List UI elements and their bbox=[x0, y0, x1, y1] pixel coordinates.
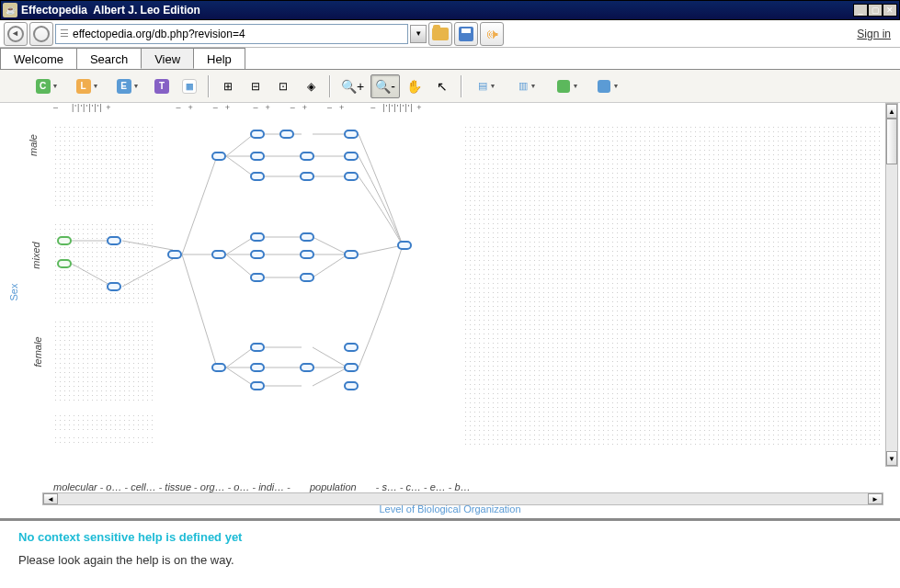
view-option-2[interactable]: ▥▼ bbox=[508, 74, 547, 98]
x-axis-label: Level of Biological Organization bbox=[379, 503, 520, 514]
pan-tool[interactable]: ✋ bbox=[402, 74, 427, 98]
pathway-node[interactable] bbox=[250, 232, 265, 242]
main-tabs: Welcome Search View Help bbox=[0, 48, 900, 70]
diagram-area[interactable] bbox=[53, 112, 883, 467]
pathway-node[interactable] bbox=[107, 282, 121, 291]
help-title: No context sensitive help is defined yet bbox=[18, 530, 882, 544]
url-input[interactable] bbox=[73, 28, 404, 40]
y-tick-mixed: mixed bbox=[30, 242, 41, 268]
tab-welcome[interactable]: Welcome bbox=[0, 48, 77, 69]
view-option-3[interactable]: ▼ bbox=[549, 74, 587, 98]
pathway-node[interactable] bbox=[250, 172, 265, 181]
pathway-node[interactable] bbox=[344, 363, 359, 372]
pathway-node[interactable] bbox=[344, 250, 359, 259]
pathway-node[interactable] bbox=[250, 363, 265, 372]
pathway-node[interactable] bbox=[300, 363, 314, 372]
pathway-node[interactable] bbox=[107, 236, 121, 245]
pathway-node[interactable] bbox=[250, 250, 265, 259]
pathway-node[interactable] bbox=[300, 250, 314, 259]
pathway-node[interactable] bbox=[211, 250, 226, 259]
effect-tool[interactable]: E▼ bbox=[108, 74, 147, 98]
pathway-node[interactable] bbox=[300, 232, 314, 242]
stop-button[interactable] bbox=[29, 22, 53, 46]
pathway-node[interactable] bbox=[300, 172, 314, 181]
pathway-node[interactable] bbox=[250, 152, 265, 161]
link-tool[interactable]: L▼ bbox=[68, 74, 107, 98]
vertical-scrollbar[interactable]: ▲ ▼ bbox=[885, 103, 898, 467]
pathway-node[interactable] bbox=[344, 130, 359, 139]
pathway-node[interactable] bbox=[279, 130, 294, 139]
edges bbox=[53, 112, 881, 467]
zoom-out-button[interactable]: 🔍- bbox=[370, 74, 400, 98]
grid-tool[interactable]: ▦ bbox=[177, 74, 202, 98]
pathway-node[interactable] bbox=[300, 152, 314, 161]
pathway-node[interactable] bbox=[250, 343, 265, 352]
save-button[interactable] bbox=[454, 22, 478, 46]
pathway-node[interactable] bbox=[167, 250, 182, 259]
pathway-node[interactable] bbox=[397, 241, 412, 250]
back-button[interactable] bbox=[4, 22, 28, 46]
layout-tool-3[interactable]: ⊡ bbox=[270, 74, 296, 98]
titlebar: ☕ Effectopedia Albert J. Leo Edition _ ▢… bbox=[0, 0, 900, 20]
app-icon: ☕ bbox=[3, 3, 17, 17]
pathway-node[interactable] bbox=[250, 130, 265, 139]
chemical-tool[interactable]: C▼ bbox=[28, 74, 66, 98]
signin-link[interactable]: Sign in bbox=[851, 28, 896, 40]
sound-button[interactable]: 🕪 bbox=[480, 22, 504, 46]
y-tick-male: male bbox=[28, 134, 39, 156]
view-option-1[interactable]: ▤▼ bbox=[468, 74, 507, 98]
nav-toolbar: ☰ ▼ 🕪 Sign in bbox=[0, 20, 900, 48]
scroll-left-button[interactable]: ◄ bbox=[43, 493, 58, 504]
zoom-in-button[interactable]: 🔍+ bbox=[336, 74, 369, 98]
layout-tool-1[interactable]: ⊞ bbox=[215, 74, 241, 98]
test-tool[interactable]: T bbox=[149, 74, 175, 98]
tab-search[interactable]: Search bbox=[76, 48, 142, 69]
pathway-node[interactable] bbox=[250, 381, 265, 390]
close-button[interactable]: ✕ bbox=[883, 4, 897, 17]
pathway-canvas[interactable]: – |'|'|'|'|'| + – + – + – + – + – + – |'… bbox=[0, 103, 900, 518]
titlebar-text: Effectopedia Albert J. Leo Edition bbox=[21, 4, 853, 17]
y-tick-female: female bbox=[32, 336, 43, 367]
layout-tool-4[interactable]: ◈ bbox=[298, 74, 324, 98]
pathway-node[interactable] bbox=[300, 273, 314, 282]
minimize-button[interactable]: _ bbox=[853, 4, 868, 17]
x-ticks: molecular- o…- cell…- tissue- org…- o…- … bbox=[53, 481, 883, 494]
pathway-node[interactable] bbox=[344, 381, 359, 390]
pathway-node[interactable] bbox=[250, 273, 265, 282]
maximize-button[interactable]: ▢ bbox=[868, 4, 883, 17]
pathway-node[interactable] bbox=[211, 152, 226, 161]
pathway-node[interactable] bbox=[211, 363, 226, 372]
pathway-node[interactable] bbox=[344, 343, 359, 352]
tab-help[interactable]: Help bbox=[193, 48, 245, 69]
scroll-down-button[interactable]: ▼ bbox=[886, 451, 897, 466]
scroll-right-button[interactable]: ► bbox=[868, 493, 883, 504]
scroll-up-button[interactable]: ▲ bbox=[886, 104, 897, 119]
url-dropdown-button[interactable]: ▼ bbox=[410, 25, 427, 43]
view-option-4[interactable]: ▼ bbox=[589, 74, 628, 98]
pathway-node[interactable] bbox=[344, 172, 359, 181]
pathway-node[interactable] bbox=[57, 259, 72, 268]
open-folder-button[interactable] bbox=[428, 22, 452, 46]
help-panel: No context sensitive help is defined yet… bbox=[0, 518, 900, 587]
pointer-tool[interactable]: ↖ bbox=[429, 74, 455, 98]
url-icon: ☰ bbox=[60, 28, 69, 40]
element-toolbar: C▼ L▼ E▼ T ▦ ⊞ ⊟ ⊡ ◈ 🔍+ 🔍- ✋ ↖ ▤▼ ▥▼ ▼ ▼ bbox=[0, 70, 900, 103]
layout-tool-2[interactable]: ⊟ bbox=[243, 74, 268, 98]
help-text: Please look again the help is on the way… bbox=[18, 553, 882, 567]
tab-view[interactable]: View bbox=[141, 48, 194, 69]
ruler-marks: – |'|'|'|'|'| + – + – + – + – + – + – |'… bbox=[53, 103, 883, 110]
y-axis-label: Sex bbox=[8, 284, 19, 301]
pathway-node[interactable] bbox=[57, 236, 72, 245]
scroll-thumb[interactable] bbox=[886, 119, 897, 164]
pathway-node[interactable] bbox=[344, 152, 359, 161]
url-bar[interactable]: ☰ bbox=[55, 24, 408, 44]
